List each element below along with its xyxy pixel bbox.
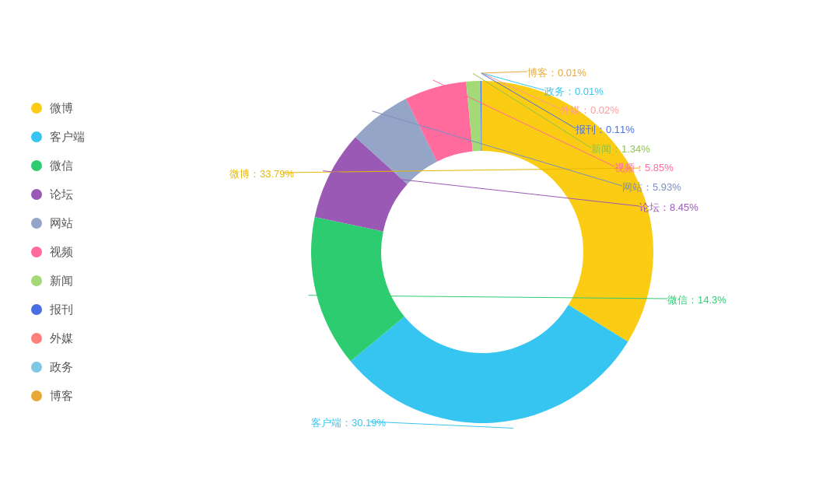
- legend-label: 视频: [50, 245, 73, 260]
- main-container: 微博 客户端 微信 论坛 网站 视频 新闻 报刊 外媒 政务 博客 微博：33.…: [0, 0, 840, 504]
- legend: 微博 客户端 微信 论坛 网站 视频 新闻 报刊 外媒 政务 博客: [0, 101, 124, 404]
- chart-area: [124, 0, 840, 504]
- legend-dot: [31, 304, 42, 315]
- legend-label: 外媒: [50, 331, 73, 346]
- legend-label: 论坛: [50, 187, 73, 202]
- legend-dot: [31, 247, 42, 257]
- legend-item: 网站: [31, 216, 124, 231]
- legend-label: 网站: [50, 216, 73, 231]
- legend-item: 微博: [31, 101, 124, 116]
- legend-item: 报刊: [31, 303, 124, 317]
- chart-segment: [482, 81, 653, 341]
- legend-label: 新闻: [50, 274, 73, 289]
- legend-dot: [31, 390, 42, 401]
- donut-chart: [280, 50, 684, 454]
- legend-label: 微博: [50, 101, 73, 116]
- legend-item: 政务: [31, 360, 124, 375]
- legend-dot: [31, 362, 42, 373]
- legend-item: 微信: [31, 159, 124, 173]
- legend-item: 视频: [31, 245, 124, 260]
- legend-label: 报刊: [50, 303, 73, 317]
- legend-label: 政务: [50, 360, 73, 375]
- legend-dot: [31, 275, 42, 286]
- legend-label: 微信: [50, 159, 73, 173]
- legend-item: 博客: [31, 389, 124, 404]
- legend-dot: [31, 160, 42, 171]
- legend-dot: [31, 218, 42, 229]
- legend-label: 客户端: [50, 130, 85, 145]
- legend-item: 外媒: [31, 331, 124, 346]
- legend-dot: [31, 131, 42, 142]
- legend-item: 客户端: [31, 130, 124, 145]
- legend-dot: [31, 189, 42, 200]
- legend-item: 论坛: [31, 187, 124, 202]
- legend-item: 新闻: [31, 274, 124, 289]
- legend-dot: [31, 333, 42, 344]
- legend-label: 博客: [50, 389, 73, 404]
- legend-dot: [31, 103, 42, 114]
